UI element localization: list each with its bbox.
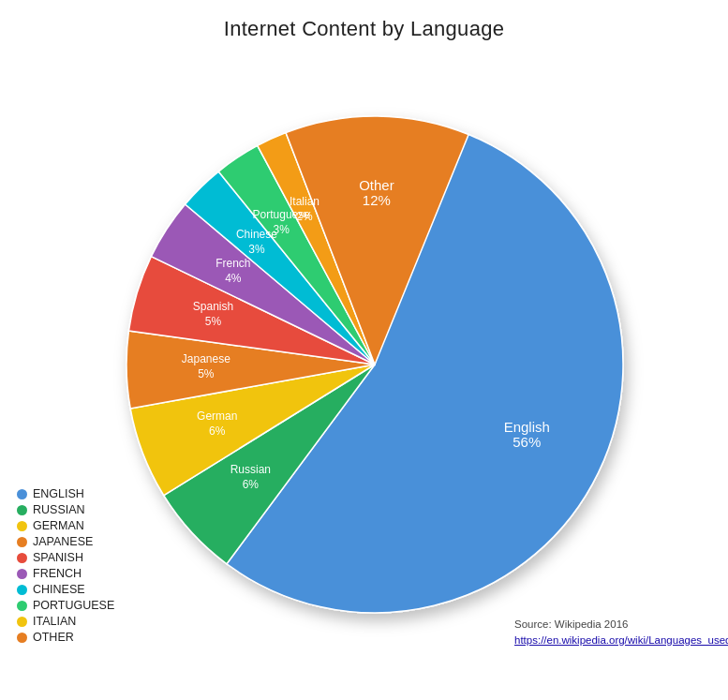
pie-percent-russian: 6% [243, 478, 260, 491]
chart-area: English56%Russian6%German6%Japanese5%Spa… [0, 41, 728, 700]
legend-item: SPANISH [17, 551, 114, 564]
legend-label: SPANISH [33, 551, 83, 564]
legend-dot [17, 585, 27, 595]
legend-label: PORTUGUESE [33, 599, 114, 612]
chart-title: Internet Content by Language [224, 17, 505, 41]
legend-dot [17, 569, 27, 579]
pie-percent-german: 6% [209, 424, 226, 438]
source-text: Source: Wikipedia 2016 [514, 618, 628, 630]
legend-item: ENGLISH [17, 487, 114, 500]
legend-dot [17, 537, 27, 547]
legend-label: GERMAN [33, 519, 84, 532]
pie-label-chinese: Chinese [236, 228, 277, 241]
pie-percent-french: 4% [225, 272, 242, 285]
pie-label-spanish: Spanish [193, 300, 233, 313]
source-note: Source: Wikipedia 2016 https://en.wikipe… [514, 617, 702, 649]
pie-label-english: English [504, 419, 550, 435]
pie-label-italian: Italian [290, 195, 319, 208]
pie-label-french: French [215, 257, 250, 270]
legend-dot [17, 601, 27, 611]
pie-percent-english: 56% [513, 434, 541, 450]
legend-label: ENGLISH [33, 487, 84, 500]
legend-item: RUSSIAN [17, 503, 114, 516]
legend-dot [17, 617, 27, 627]
legend-item: OTHER [17, 631, 114, 644]
legend-item: CHINESE [17, 583, 114, 596]
legend-dot [17, 553, 27, 563]
chart-container: Internet Content by Language English56%R… [0, 0, 728, 700]
legend-label: CHINESE [33, 583, 85, 596]
source-link[interactable]: https://en.wikipedia.org/wiki/Languages_… [514, 634, 728, 646]
pie-percent-portuguese: 3% [274, 223, 290, 236]
legend-dot [17, 521, 27, 531]
legend-label: OTHER [33, 631, 74, 644]
pie-label-german: German [197, 410, 237, 423]
legend-label: FRENCH [33, 567, 82, 580]
legend-dot [17, 489, 27, 499]
pie-percent-other: 12% [363, 192, 391, 208]
legend-label: ITALIAN [33, 615, 76, 628]
legend-dot [17, 505, 27, 515]
legend-item: GERMAN [17, 519, 114, 532]
legend-item: JAPANESE [17, 535, 114, 548]
legend-item: PORTUGUESE [17, 599, 114, 612]
legend-item: ITALIAN [17, 615, 114, 628]
pie-label-japanese: Japanese [182, 352, 230, 365]
legend-dot [17, 633, 27, 643]
pie-percent-japanese: 5% [198, 367, 215, 380]
legend-label: JAPANESE [33, 535, 93, 548]
pie-percent-spanish: 5% [205, 315, 222, 328]
legend-label: RUSSIAN [33, 503, 85, 516]
pie-label-russian: Russian [230, 463, 271, 476]
pie-percent-italian: 2% [296, 210, 313, 223]
pie-label-other: Other [359, 177, 394, 193]
pie-percent-chinese: 3% [248, 243, 265, 256]
legend-item: FRENCH [17, 567, 114, 580]
legend: ENGLISHRUSSIANGERMANJAPANESESPANISHFRENC… [17, 487, 114, 644]
